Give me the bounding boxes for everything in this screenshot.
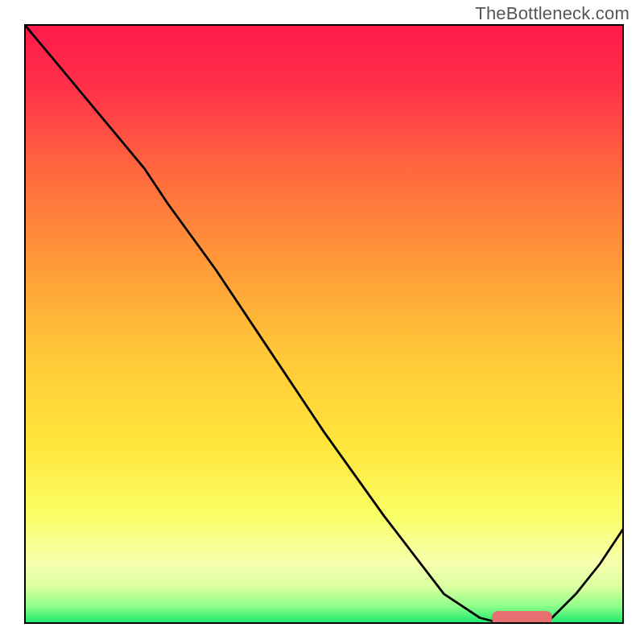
bottleneck-curve <box>24 24 624 624</box>
chart-svg <box>24 24 624 624</box>
optimum-marker <box>492 611 552 624</box>
plot-area <box>24 24 624 624</box>
gradient-background <box>24 24 624 624</box>
chart-container: TheBottleneck.com <box>0 0 644 644</box>
attribution-label: TheBottleneck.com <box>475 3 630 24</box>
plot-border <box>24 24 624 624</box>
